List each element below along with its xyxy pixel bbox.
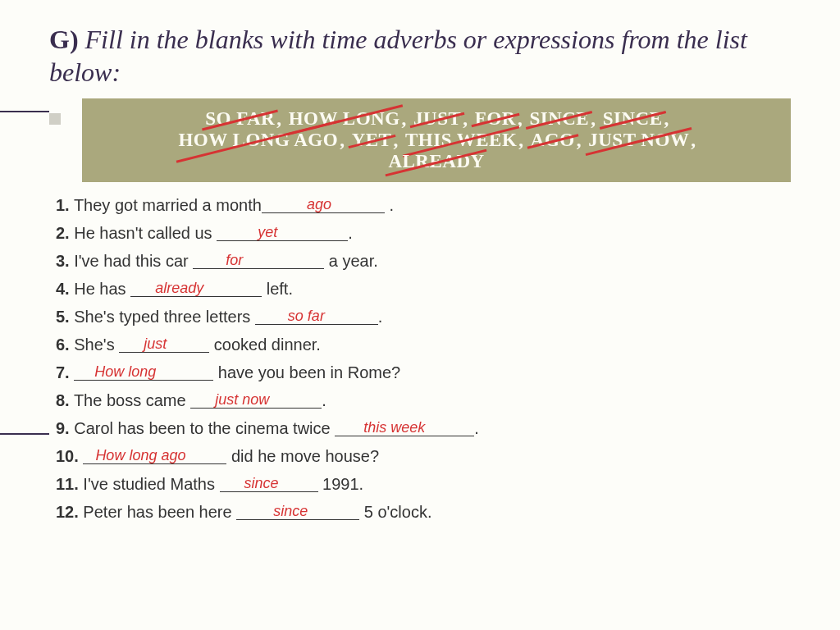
item-number: 11. xyxy=(56,475,79,493)
answer: since xyxy=(244,476,279,491)
blank: already xyxy=(130,281,262,297)
item-text: He has xyxy=(70,280,130,298)
title-prefix: G) xyxy=(49,25,79,54)
bank-word: AGO xyxy=(529,130,577,151)
bank-word: SO FAR xyxy=(203,108,276,130)
bank-word: HOW LONG AGO xyxy=(176,130,340,151)
bank-word: ALREADY xyxy=(386,151,486,172)
bank-word: HOW LONG xyxy=(287,108,402,130)
blank: for xyxy=(193,253,324,269)
item-text: I've studied Maths xyxy=(79,475,220,493)
answer: How long ago xyxy=(95,448,185,463)
blank: since xyxy=(220,476,318,492)
answer: since xyxy=(273,504,308,518)
item-number: 3. xyxy=(56,252,70,270)
item-text: did he move house? xyxy=(226,447,379,465)
list-item: 8. The boss came just now. xyxy=(56,392,791,409)
answer: ago xyxy=(307,197,331,212)
item-text: They got married a month xyxy=(70,196,262,214)
item-number: 8. xyxy=(56,391,70,409)
slide-title: G) Fill in the blanks with time adverbs … xyxy=(49,23,791,89)
bullet-icon xyxy=(49,113,61,125)
list-item: 7. How long have you been in Rome? xyxy=(56,364,791,381)
item-text: 5 o'clock. xyxy=(359,503,431,521)
bank-word: JUST xyxy=(412,108,463,130)
list-item: 11. I've studied Maths since 1991. xyxy=(56,476,791,492)
list-item: 6. She's just cooked dinner. xyxy=(56,336,791,353)
list-item: 3. I've had this car for a year. xyxy=(56,253,791,269)
item-text: Carol has been to the cinema twice xyxy=(70,419,336,437)
blank: How long ago xyxy=(83,448,226,464)
item-number: 4. xyxy=(56,280,70,298)
list-item: 9. Carol has been to the cinema twice th… xyxy=(56,420,791,436)
item-text: . xyxy=(322,391,326,409)
title-underline xyxy=(0,111,49,112)
bank-word: JUST NOW xyxy=(587,130,691,151)
answer: for xyxy=(226,253,243,267)
list-item: 10. How long ago did he move house? xyxy=(56,448,791,464)
answer: How long xyxy=(94,364,156,379)
answer: already xyxy=(155,281,203,295)
item-number: 5. xyxy=(56,308,70,326)
blank: ago xyxy=(262,197,385,213)
item-text: cooked dinner. xyxy=(209,336,321,354)
blank: How long xyxy=(74,364,213,381)
item-text: She's xyxy=(70,336,120,354)
item-text: . xyxy=(385,196,394,214)
item-text: . xyxy=(378,308,383,326)
blank: yet xyxy=(217,225,348,241)
word-bank: SO FAR, HOW LONG, JUST, FOR, SINCE, SINC… xyxy=(82,98,791,182)
answer: just xyxy=(144,336,167,351)
item-text: a year. xyxy=(324,252,378,270)
decorative-line xyxy=(0,433,49,435)
list-item: 12. Peter has been here since 5 o'clock. xyxy=(56,504,791,520)
item-number: 1. xyxy=(56,196,70,214)
item-text: . xyxy=(348,224,353,242)
bank-word: SINCE xyxy=(527,108,591,130)
item-text: She's typed three letters xyxy=(70,308,255,326)
blank: just now xyxy=(190,392,322,409)
item-text: Peter has been here xyxy=(79,503,236,521)
item-number: 7. xyxy=(56,363,70,381)
bank-word: FOR xyxy=(473,108,518,130)
blank: so far xyxy=(255,308,378,325)
item-number: 6. xyxy=(56,336,70,354)
blank: this week xyxy=(335,420,474,436)
list-item: 2. He hasn't called us yet. xyxy=(56,225,791,241)
answer: just now xyxy=(215,392,269,407)
blank: since xyxy=(236,504,359,520)
item-text: He hasn't called us xyxy=(70,224,217,242)
item-number: 9. xyxy=(56,419,70,437)
item-text: left. xyxy=(262,280,293,298)
item-number: 12. xyxy=(56,503,79,521)
list-item: 5. She's typed three letters so far. xyxy=(56,308,791,325)
answer: so far xyxy=(288,308,325,323)
item-number: 2. xyxy=(56,224,70,242)
slide: G) Fill in the blanks with time adverbs … xyxy=(0,0,840,548)
item-text: . xyxy=(474,419,479,437)
bank-word: YET xyxy=(350,130,394,151)
bank-word: SINCE xyxy=(601,108,664,130)
exercise-list: 1. They got married a monthago . 2. He h… xyxy=(49,197,791,520)
answer: yet xyxy=(258,225,277,240)
blank: just xyxy=(119,336,209,353)
bank-word: THIS WEEK xyxy=(404,130,518,151)
item-text: I've had this car xyxy=(70,252,194,270)
answer: this week xyxy=(363,420,425,435)
list-item: 4. He has already left. xyxy=(56,281,791,297)
item-number: 10. xyxy=(56,447,79,465)
item-text: The boss came xyxy=(70,391,190,409)
item-text: have you been in Rome? xyxy=(213,363,400,381)
title-text: Fill in the blanks with time adverbs or … xyxy=(49,25,747,87)
list-item: 1. They got married a monthago . xyxy=(56,197,791,213)
item-text: 1991. xyxy=(318,475,364,493)
